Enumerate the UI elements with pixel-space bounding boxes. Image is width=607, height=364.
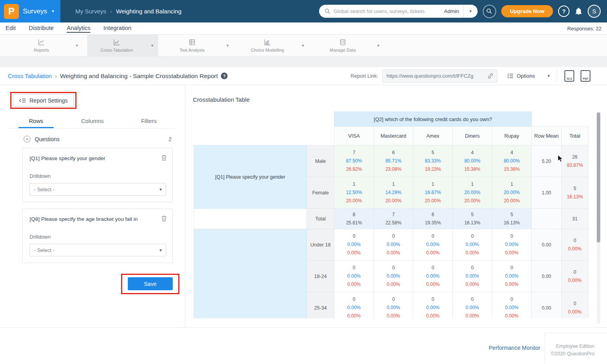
survey-nav: Edit Distribute Analytics Integration Re… [0, 22, 607, 35]
report-help-icon[interactable]: ? [221, 73, 228, 79]
data-cell: 00.00%0.00% [374, 261, 413, 292]
export-pdf-button[interactable]: PDF [581, 70, 590, 82]
column-header: Mastercard [374, 127, 413, 146]
cell-value: 0.00% [375, 249, 412, 257]
row-total-cell: 2683.87% [562, 146, 588, 177]
cell-value: 85.71% [375, 157, 412, 165]
breadcrumb-my-surveys[interactable]: My Surveys [75, 8, 106, 15]
cell-value: 0.00% [375, 272, 412, 280]
drilldown-select-q8[interactable]: - Select - ▾ [30, 244, 166, 256]
settings-tabs: Rows Columns Filters [8, 115, 177, 129]
cell-value: 87.50% [335, 157, 373, 165]
drilldown-select-q1[interactable]: - Select - ▾ [30, 183, 166, 196]
table-grid-icon [189, 39, 196, 46]
toolbar-text-analysis-main[interactable]: Text Analysis [162, 35, 222, 56]
product-menu-label: Surveys [23, 7, 47, 15]
toolbar-crosstab-main[interactable]: Cross-Tabulation [87, 35, 146, 56]
crosstab-clip: [Q2] which of the following credit cards… [194, 112, 589, 318]
options-button[interactable]: Options [508, 73, 535, 79]
search-submit-button[interactable] [483, 5, 496, 18]
report-settings-button[interactable]: Report Settings [13, 94, 74, 107]
toolbar-item-cross-tabulation[interactable]: Cross-Tabulation ▾ [87, 35, 158, 56]
cell-value: 6 [375, 149, 412, 157]
cell-value: 5 [414, 149, 452, 157]
scope-caret-icon[interactable]: ▾ [463, 9, 478, 14]
cell-value: 16.13% [454, 219, 491, 227]
performance-monitor-link[interactable]: Performance Monitor [489, 345, 540, 351]
vertical-scrollbar[interactable] [597, 112, 600, 324]
choice-modelling-caret-icon[interactable]: ▾ [297, 35, 309, 56]
cell-value: 7 [335, 149, 373, 157]
delete-question-icon[interactable] [161, 215, 167, 222]
delete-question-icon[interactable] [161, 155, 167, 161]
cell-value: 0.00% [414, 312, 452, 318]
column-header: Diners [453, 127, 492, 146]
toolbar-choice-modelling-main[interactable]: Choice Modelling [238, 35, 297, 56]
search-input[interactable] [334, 8, 440, 14]
cell-value: 15.38% [454, 165, 491, 174]
questions-count: 2 [168, 136, 172, 142]
export-xls-button[interactable]: XLS [564, 70, 574, 82]
crosstab-area: Crosstabulation Table [Q2] which of the … [185, 85, 607, 327]
row-mean-cell: 0.00 [532, 261, 562, 292]
search-icon [325, 8, 331, 14]
cell-value: 19.23% [414, 165, 452, 174]
user-avatar[interactable]: S [588, 5, 601, 18]
options-caret-icon[interactable]: ▾ [547, 73, 550, 78]
toolbar-item-reports[interactable]: Reports ▾ [12, 35, 83, 56]
cell-value: 0.00% [375, 312, 412, 318]
text-analysis-caret-icon[interactable]: ▾ [222, 35, 233, 56]
scrollbar-thumb[interactable] [597, 112, 600, 243]
crosstab-chart-icon [113, 39, 120, 46]
upgrade-now-button[interactable]: Upgrade Now [501, 5, 553, 17]
select-caret-icon: ▾ [159, 248, 162, 253]
help-icon[interactable]: ? [558, 6, 570, 17]
cell-value: 20.00% [454, 197, 491, 205]
tab-distribute[interactable]: Distribute [29, 24, 54, 33]
tab-analytics[interactable]: Analytics [67, 24, 90, 33]
cell-value: 0.00% [414, 272, 452, 280]
data-cell: 00.00%0.00% [413, 292, 453, 319]
cell-value: 26 [562, 153, 587, 161]
cell-value: 0.00% [414, 249, 452, 257]
tab-columns[interactable]: Columns [64, 115, 121, 128]
crosstab-caret-icon[interactable]: ▾ [146, 35, 158, 56]
notifications-bell-icon[interactable] [575, 7, 583, 15]
data-cell: 00.00%0.00% [413, 261, 453, 292]
reports-caret-icon[interactable]: ▾ [71, 35, 83, 56]
cross-tabulation-link[interactable]: Cross Tabulation [8, 73, 52, 79]
manage-data-caret-icon[interactable]: ▾ [372, 35, 384, 56]
report-header-actions: Report Link: Options ▾ XLS PDF [351, 69, 590, 83]
tab-rows[interactable]: Rows [8, 115, 64, 128]
cell-value: 20.00% [335, 197, 373, 205]
cell-value: 6 [414, 211, 452, 219]
tab-edit[interactable]: Edit [6, 24, 16, 33]
cell-value: 0 [375, 232, 412, 241]
cell-value: 5 [562, 185, 587, 193]
add-question-icon[interactable]: + [24, 136, 30, 142]
cell-value: 80.00% [454, 157, 491, 165]
report-link-input[interactable] [387, 73, 486, 79]
toolbar-manage-data-main[interactable]: Manage Data [313, 35, 372, 56]
tab-filters[interactable]: Filters [121, 115, 177, 128]
cell-value: 0.00% [493, 249, 530, 257]
tab-integration[interactable]: Integration [103, 24, 131, 33]
report-header: Cross Tabulation › Weighting and Balanci… [0, 67, 607, 85]
copy-link-icon[interactable] [487, 73, 494, 79]
group-label-cell: [Q1] Please specify your gender [194, 146, 307, 209]
cell-value: 0 [375, 295, 412, 304]
toolbar-item-text-analysis[interactable]: Text Analysis ▾ [162, 35, 233, 56]
toolbar-reports-main[interactable]: Reports [12, 35, 71, 56]
data-cell: 685.71%23.08% [374, 146, 413, 177]
save-button[interactable]: Save [128, 277, 173, 290]
toolbar-item-label: Text Analysis [179, 48, 205, 52]
toolbar-item-manage-data[interactable]: Manage Data ▾ [313, 35, 384, 56]
cell-value: 0.00% [375, 280, 412, 289]
breadcrumb-separator-icon: › [110, 8, 112, 15]
cell-value: 26.92% [335, 165, 373, 174]
cell-value: 23.08% [375, 165, 412, 174]
toolbar-item-choice-modelling[interactable]: Choice Modelling ▾ [238, 35, 309, 56]
search-scope-dropdown[interactable]: Admin [440, 8, 463, 14]
total-row-label: Total [307, 209, 334, 229]
product-menu[interactable]: P Surveys ▾ [0, 0, 60, 22]
